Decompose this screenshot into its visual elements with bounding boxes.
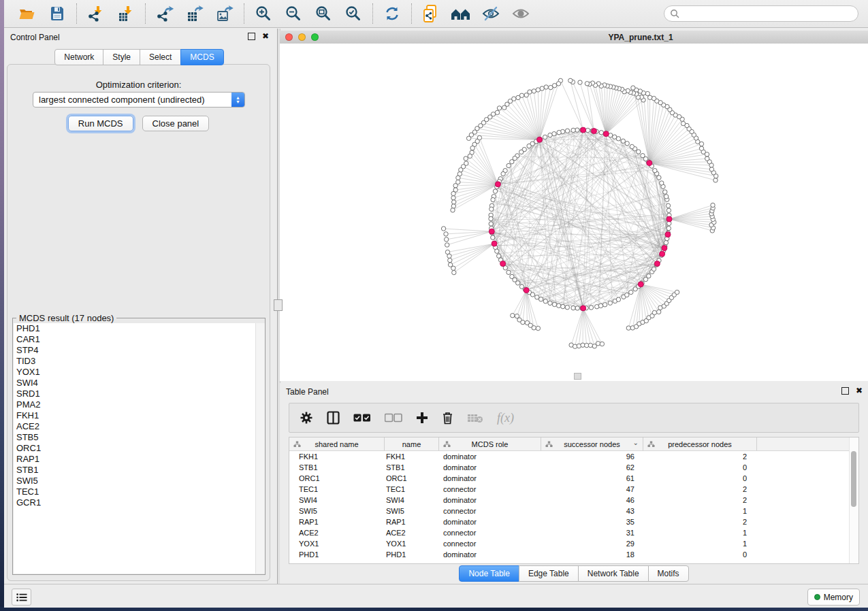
- memory-button[interactable]: Memory: [807, 589, 860, 606]
- delete-column-trash-icon[interactable]: [442, 411, 453, 425]
- node[interactable]: [585, 128, 590, 132]
- node[interactable]: [608, 301, 612, 305]
- node[interactable]: [543, 299, 547, 303]
- leaf-node[interactable]: [452, 200, 456, 204]
- export-image-icon[interactable]: [212, 3, 237, 24]
- column-header-predecessor-nodes[interactable]: predecessor nodes: [643, 437, 757, 450]
- leaf-node[interactable]: [681, 121, 685, 125]
- leaf-node[interactable]: [556, 82, 560, 86]
- leaf-node[interactable]: [502, 105, 507, 110]
- node[interactable]: [510, 160, 514, 164]
- node[interactable]: [507, 163, 511, 167]
- node[interactable]: [664, 195, 669, 199]
- node[interactable]: [571, 306, 575, 310]
- mcds-node[interactable]: [524, 288, 529, 293]
- mcds-result-item[interactable]: SWI5: [14, 476, 264, 486]
- leaf-node[interactable]: [451, 266, 455, 270]
- table-row[interactable]: YOX1YOX1connector291: [289, 538, 858, 549]
- zoom-out-icon[interactable]: [281, 3, 306, 24]
- table-row[interactable]: ACE2ACE2connector311: [289, 527, 858, 538]
- mcds-node[interactable]: [581, 127, 586, 133]
- leaf-node[interactable]: [645, 91, 649, 95]
- task-history-button[interactable]: [12, 589, 31, 606]
- table-row[interactable]: SWI5SWI5connector431: [289, 506, 858, 516]
- leaf-node[interactable]: [445, 237, 449, 242]
- leaf-node[interactable]: [451, 204, 455, 208]
- node[interactable]: [630, 144, 634, 148]
- node[interactable]: [519, 150, 524, 154]
- node[interactable]: [507, 270, 511, 274]
- tab-edge-table[interactable]: Edge Table: [519, 565, 579, 582]
- zoom-in-icon[interactable]: [251, 3, 276, 24]
- leaf-node[interactable]: [568, 78, 573, 82]
- node[interactable]: [491, 197, 495, 201]
- mcds-node[interactable]: [666, 216, 672, 222]
- leaf-node[interactable]: [521, 320, 525, 325]
- node[interactable]: [589, 306, 593, 310]
- node[interactable]: [641, 154, 645, 158]
- column-header-shared-name[interactable]: shared name: [289, 437, 385, 450]
- node[interactable]: [516, 281, 520, 285]
- leaf-node[interactable]: [713, 178, 718, 182]
- mcds-result-item[interactable]: CAR1: [14, 334, 264, 345]
- node[interactable]: [491, 235, 495, 240]
- tab-select[interactable]: Select: [140, 49, 181, 65]
- close-panel-icon[interactable]: ✖: [262, 33, 269, 39]
- leaf-node[interactable]: [532, 89, 536, 93]
- leaf-node[interactable]: [585, 82, 589, 86]
- leaf-node[interactable]: [453, 184, 457, 188]
- mcds-result-item[interactable]: STB5: [14, 432, 264, 443]
- deselect-all-icon[interactable]: [385, 413, 402, 423]
- maximize-window-button[interactable]: [311, 33, 319, 41]
- node[interactable]: [552, 302, 556, 306]
- mcds-result-item[interactable]: TID3: [14, 356, 264, 367]
- leaf-node[interactable]: [626, 326, 630, 330]
- mcds-node[interactable]: [489, 229, 494, 234]
- leaf-node[interactable]: [452, 270, 456, 274]
- leaf-node[interactable]: [631, 86, 635, 90]
- leaf-node[interactable]: [516, 95, 520, 99]
- node[interactable]: [598, 303, 602, 308]
- mcds-node[interactable]: [500, 261, 506, 267]
- mcds-node[interactable]: [603, 131, 609, 137]
- tab-network-table[interactable]: Network Table: [578, 565, 649, 582]
- mcds-node[interactable]: [592, 129, 597, 134]
- mcds-result-item[interactable]: ORC1: [14, 443, 264, 454]
- split-view-icon[interactable]: [327, 411, 340, 425]
- node[interactable]: [561, 304, 565, 308]
- add-column-plus-icon[interactable]: [416, 412, 428, 424]
- select-all-check-icon[interactable]: [353, 413, 371, 423]
- first-neighbors-icon[interactable]: [449, 3, 473, 24]
- search-field[interactable]: [664, 5, 858, 22]
- leaf-node[interactable]: [699, 146, 703, 150]
- node[interactable]: [501, 171, 505, 176]
- node[interactable]: [625, 142, 629, 146]
- column-header-successor-nodes[interactable]: successor nodes⌄: [541, 437, 643, 450]
- tab-mcds[interactable]: MCDS: [180, 49, 223, 65]
- node[interactable]: [653, 169, 657, 173]
- leaf-node[interactable]: [451, 191, 455, 195]
- leaf-node[interactable]: [578, 80, 582, 84]
- mcds-result-item[interactable]: STP4: [14, 345, 264, 356]
- close-window-button[interactable]: [285, 33, 293, 41]
- node[interactable]: [527, 144, 531, 148]
- close-panel-button[interactable]: Close panel: [142, 116, 210, 131]
- mcds-node[interactable]: [581, 306, 586, 311]
- leaf-node[interactable]: [549, 85, 553, 89]
- leaf-node[interactable]: [447, 254, 451, 258]
- network-window-titlebar[interactable]: YPA_prune.txt_1: [280, 31, 868, 44]
- mcds-result-item[interactable]: TEC1: [14, 486, 264, 497]
- leaf-node[interactable]: [657, 310, 661, 314]
- table-row[interactable]: TEC1TEC1connector472: [289, 484, 858, 495]
- leaf-node[interactable]: [536, 88, 540, 92]
- node[interactable]: [548, 133, 552, 137]
- leaf-node[interactable]: [709, 167, 713, 171]
- show-all-eye-icon[interactable]: [509, 3, 533, 24]
- node[interactable]: [557, 303, 561, 308]
- table-row[interactable]: SWI4SWI4dominator462: [289, 495, 858, 506]
- network-canvas[interactable]: [280, 44, 868, 381]
- leaf-node[interactable]: [705, 156, 709, 161]
- table-scrollbar[interactable]: [849, 437, 858, 563]
- node[interactable]: [666, 226, 671, 230]
- float-panel-icon[interactable]: [248, 33, 255, 40]
